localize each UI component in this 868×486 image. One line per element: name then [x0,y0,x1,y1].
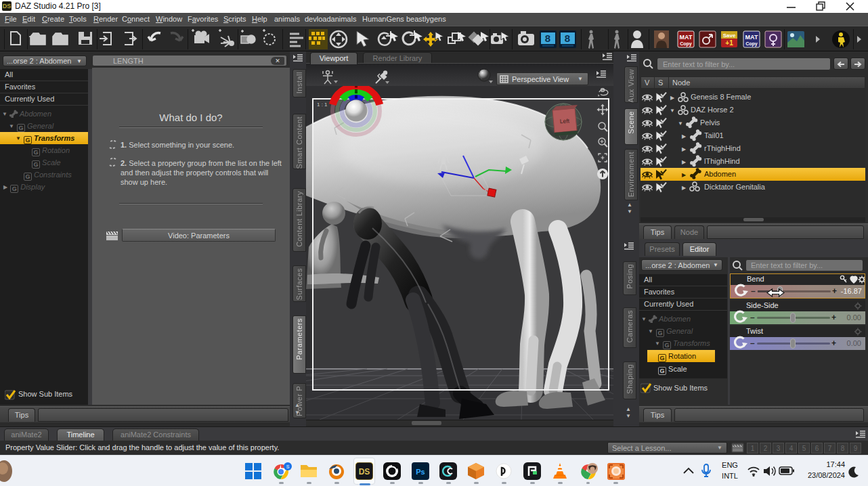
svg-text:Ps: Ps [416,468,425,476]
svg-text:+1: +1 [725,39,733,47]
svg-text:MAT: MAT [745,34,758,41]
svg-text:Save: Save [723,32,736,39]
svg-text:8: 8 [565,32,570,44]
svg-text:Copy: Copy [680,41,692,47]
svg-text:MAT: MAT [680,34,693,41]
svg-text:Left: Left [560,117,570,125]
svg-text:1 : 1: 1 : 1 [317,102,328,108]
svg-text:S: S [286,464,290,469]
svg-text:Copy: Copy [745,41,758,47]
svg-text:8: 8 [545,32,550,44]
svg-text:DS: DS [359,467,370,477]
